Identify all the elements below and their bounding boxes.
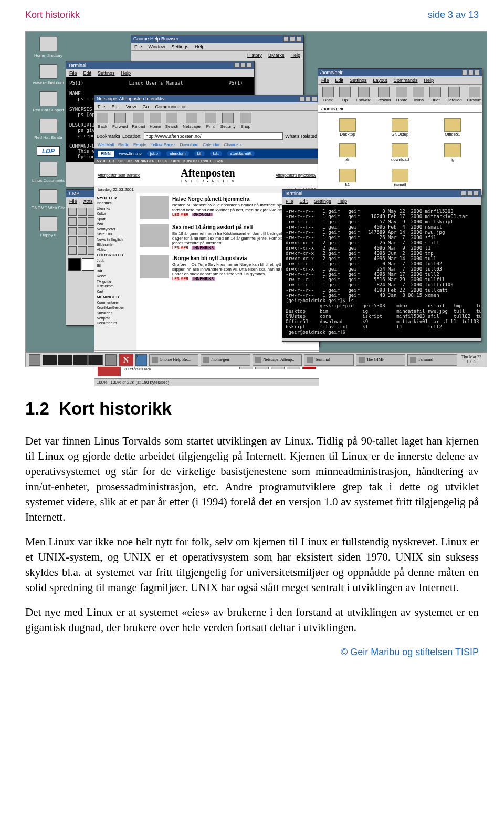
- finn-tab[interactable]: stort&smått: [227, 151, 255, 156]
- menu-communicator[interactable]: Communicator: [155, 104, 186, 109]
- titlebar[interactable]: Terminal: [282, 190, 481, 197]
- reload-button[interactable]: Reload: [132, 113, 145, 129]
- bookmarks-button[interactable]: Bookmarks: [97, 133, 120, 139]
- side-link[interactable]: Båt: [97, 269, 102, 273]
- tool-icon[interactable]: [68, 217, 77, 225]
- finn-tab[interactable]: jobb: [147, 151, 161, 156]
- pager-cell[interactable]: [73, 355, 88, 365]
- menu-window[interactable]: Window: [149, 44, 165, 49]
- titlebar[interactable]: Gnome Help Browser: [131, 35, 303, 43]
- url-input[interactable]: [144, 132, 284, 140]
- minimize-icon[interactable]: [461, 191, 466, 196]
- whats-related-button[interactable]: What's Related: [285, 133, 317, 139]
- pager-cell[interactable]: [58, 355, 72, 365]
- folder[interactable]: Desktop: [323, 118, 372, 139]
- cat-link[interactable]: SØK: [215, 159, 223, 163]
- side-link[interactable]: Bil: [97, 264, 101, 267]
- tool-icon[interactable]: [68, 246, 77, 255]
- link-download[interactable]: Download: [180, 142, 199, 147]
- tool-icon[interactable]: [68, 208, 77, 216]
- side-link[interactable]: News in English: [97, 237, 123, 241]
- security-button[interactable]: Security: [220, 113, 236, 129]
- finn-tab[interactable]: eiendom: [166, 151, 189, 156]
- desktop-icon[interactable]: Home directory: [30, 37, 67, 58]
- story-category[interactable]: INNENRIKS: [192, 246, 215, 250]
- taskbar-item[interactable]: Terminal: [304, 354, 353, 366]
- menu-file[interactable]: File: [98, 104, 106, 109]
- fm-home-button[interactable]: Home: [396, 87, 407, 102]
- taskbar-item[interactable]: Netscape: Aftenp..: [253, 354, 302, 366]
- menu-layout[interactable]: Layout: [373, 78, 387, 83]
- tool-icon[interactable]: [78, 208, 86, 216]
- pager-cell[interactable]: [88, 355, 103, 365]
- menu-settings[interactable]: Settings: [172, 44, 189, 49]
- tool-icon[interactable]: [78, 236, 86, 245]
- side-link[interactable]: Debattforum: [97, 321, 117, 325]
- side-link[interactable]: TV-guide: [97, 280, 111, 283]
- minimize-icon[interactable]: [462, 70, 467, 75]
- search-button[interactable]: Search: [165, 113, 178, 129]
- taskbar-item[interactable]: /home/geir: [201, 354, 250, 366]
- minimize-icon[interactable]: [284, 36, 289, 42]
- close-icon[interactable]: [247, 63, 252, 68]
- finn-tab[interactable]: bil: [194, 151, 205, 156]
- menu-help[interactable]: Help: [121, 70, 131, 76]
- side-link[interactable]: Kart: [97, 290, 103, 293]
- menu-go[interactable]: Go: [142, 104, 149, 109]
- story-thumb[interactable]: [140, 224, 169, 247]
- close-icon[interactable]: [312, 96, 317, 101]
- menu-edit[interactable]: Edit: [83, 70, 92, 76]
- cat-link[interactable]: MENINGER: [135, 159, 155, 163]
- side-link[interactable]: Kommentarer: [97, 301, 119, 304]
- fm-custom-button[interactable]: Custom: [467, 87, 482, 102]
- side-link[interactable]: Reise: [97, 274, 106, 278]
- bmarks-button[interactable]: BMarks: [268, 53, 285, 58]
- maximize-icon[interactable]: [468, 70, 474, 75]
- back-button[interactable]: Back: [97, 113, 108, 129]
- cat-link[interactable]: KART: [171, 159, 181, 163]
- desktop-icon[interactable]: www.redhat.com: [30, 64, 67, 85]
- menu-edit[interactable]: Edit: [300, 199, 308, 204]
- menu-help[interactable]: Help: [338, 199, 348, 204]
- minimize-icon[interactable]: [234, 63, 239, 68]
- close-icon[interactable]: [296, 36, 301, 42]
- menu-file[interactable]: File: [286, 199, 293, 204]
- finn-logo[interactable]: FINN: [98, 151, 114, 157]
- terminal-output[interactable]: -rw-r--r-- 1 geir geir 0 May 12 2000 min…: [282, 205, 481, 338]
- side-link[interactable]: Bildeserier: [97, 243, 114, 246]
- taskbar-item[interactable]: The GIMP: [356, 354, 405, 366]
- side-link[interactable]: Nettprat: [97, 316, 110, 320]
- menu-view[interactable]: View: [126, 104, 136, 109]
- menu-file[interactable]: File: [69, 70, 77, 76]
- side-link[interactable]: Vær: [97, 222, 103, 225]
- link-radio[interactable]: Radio: [118, 142, 129, 147]
- titlebar[interactable]: /home/geir: [318, 69, 482, 76]
- fm-detailed-button[interactable]: Detailed: [446, 87, 461, 102]
- link-channels[interactable]: Channels: [224, 142, 242, 147]
- side-link[interactable]: Video: [97, 247, 106, 251]
- pager-cell[interactable]: [43, 355, 57, 365]
- maximize-icon[interactable]: [290, 36, 295, 42]
- folder[interactable]: GNUstep: [376, 118, 424, 139]
- history-button[interactable]: History: [247, 53, 262, 58]
- menu-xtns[interactable]: Xtns: [83, 199, 93, 204]
- cat-link[interactable]: KUNDESERVICE: [183, 159, 212, 163]
- close-icon[interactable]: [474, 191, 479, 196]
- fm-back-button[interactable]: Back: [322, 87, 334, 102]
- cat-link[interactable]: BLEK: [158, 159, 167, 163]
- tool-icon[interactable]: [78, 246, 86, 255]
- folder[interactable]: Office51: [428, 118, 477, 139]
- side-link[interactable]: Utenriks: [97, 206, 110, 210]
- titlebar[interactable]: Terminal: [66, 61, 254, 69]
- menu-settings[interactable]: Settings: [350, 78, 367, 83]
- desktop-icon[interactable]: Linux Documents: [30, 162, 67, 183]
- help-button[interactable]: Help: [290, 53, 300, 58]
- side-link[interactable]: IT/telekom: [97, 284, 114, 288]
- taskbar-item[interactable]: Gnome Help Bro..: [149, 354, 198, 366]
- side-link[interactable]: KronikkerGarden: [97, 306, 124, 309]
- side-link[interactable]: Jobb: [97, 259, 104, 262]
- forward-button[interactable]: Forward: [112, 113, 128, 129]
- side-link[interactable]: Siste 100: [97, 232, 112, 236]
- gnome-foot-icon[interactable]: [29, 354, 40, 366]
- menu-commands[interactable]: Commands: [394, 78, 418, 83]
